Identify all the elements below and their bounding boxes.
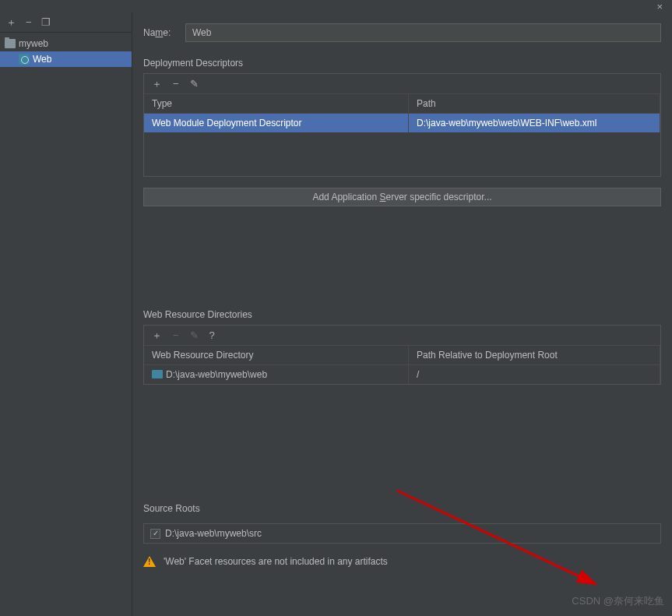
folder-icon	[5, 39, 16, 48]
edit-icon[interactable]: ✎	[190, 330, 199, 340]
tree-root-label: myweb	[19, 38, 48, 49]
name-row: Name:	[132, 23, 672, 53]
deploy-table-body: Web Module Deployment Descriptor D:\java…	[144, 114, 660, 176]
main-panel: Name: Deployment Descriptors ＋ − ✎ Type …	[132, 12, 672, 616]
webres-cell-dir: D:\java-web\myweb\web	[144, 365, 409, 384]
webres-cell-path: /	[409, 365, 660, 384]
webres-head-dir[interactable]: Web Resource Directory	[144, 346, 409, 364]
watermark: CSDN @奈何来吃鱼	[572, 594, 664, 608]
warning-text: 'Web' Facet resources are not included i…	[164, 556, 388, 567]
checkbox-icon[interactable]: ✓	[150, 529, 160, 539]
spacer	[132, 389, 672, 498]
webres-toolbar: ＋ − ✎ ?	[144, 326, 660, 346]
main-container: ＋ − ❐ myweb Web Name: Deployment Descrip…	[0, 12, 672, 616]
add-icon[interactable]: ＋	[152, 79, 162, 89]
directory-icon	[152, 370, 163, 378]
webres-table-body: D:\java-web\myweb\web /	[144, 365, 660, 384]
source-path: D:\java-web\myweb\src	[165, 528, 262, 539]
copy-icon[interactable]: ❐	[41, 17, 51, 27]
webres-head-path[interactable]: Path Relative to Deployment Root	[409, 346, 660, 364]
facet-tree: myweb Web	[0, 33, 132, 67]
name-input[interactable]	[185, 23, 661, 42]
web-icon	[19, 54, 30, 65]
sidebar-toolbar: ＋ − ❐	[0, 12, 132, 33]
table-row[interactable]: D:\java-web\myweb\web /	[144, 365, 660, 384]
spacer	[132, 211, 672, 304]
table-row[interactable]: Web Module Deployment Descriptor D:\java…	[144, 114, 660, 132]
tree-root-myweb[interactable]: myweb	[0, 36, 132, 51]
titlebar: ×	[0, 0, 672, 12]
help-icon[interactable]: ?	[209, 330, 215, 340]
source-title: Source Roots	[132, 498, 672, 519]
remove-icon[interactable]: −	[26, 17, 32, 27]
warning-row: 'Web' Facet resources are not included i…	[132, 548, 672, 575]
deploy-title: Deployment Descriptors	[132, 53, 672, 73]
deploy-cell-type: Web Module Deployment Descriptor	[144, 114, 409, 132]
tree-item-web[interactable]: Web	[0, 51, 132, 67]
source-row[interactable]: ✓ D:\java-web\myweb\src	[144, 524, 660, 543]
name-label: Name:	[143, 27, 178, 38]
close-icon[interactable]: ×	[656, 1, 663, 12]
webres-title: Web Resource Directories	[132, 304, 672, 325]
deploy-cell-path: D:\java-web\myweb\web\WEB-INF\web.xml	[409, 114, 660, 132]
add-icon[interactable]: ＋	[6, 17, 16, 27]
webres-table-head: Web Resource Directory Path Relative to …	[144, 346, 660, 365]
webres-panel: ＋ − ✎ ? Web Resource Directory Path Rela…	[143, 325, 661, 385]
remove-icon[interactable]: −	[173, 79, 179, 89]
add-icon[interactable]: ＋	[152, 330, 162, 340]
sidebar: ＋ − ❐ myweb Web	[0, 12, 132, 616]
deploy-panel: ＋ − ✎ Type Path Web Module Deployment De…	[143, 73, 661, 177]
edit-icon[interactable]: ✎	[190, 79, 199, 89]
deploy-toolbar: ＋ − ✎	[144, 74, 660, 94]
deploy-head-path[interactable]: Path	[409, 94, 660, 113]
warning-icon	[143, 556, 156, 567]
deploy-table-head: Type Path	[144, 94, 660, 114]
remove-icon[interactable]: −	[173, 330, 179, 340]
add-server-descriptor-button[interactable]: Add Application Server specific descript…	[143, 188, 661, 206]
tree-child-label: Web	[33, 54, 51, 65]
deploy-head-type[interactable]: Type	[144, 94, 409, 113]
source-panel: ✓ D:\java-web\myweb\src	[143, 523, 661, 544]
